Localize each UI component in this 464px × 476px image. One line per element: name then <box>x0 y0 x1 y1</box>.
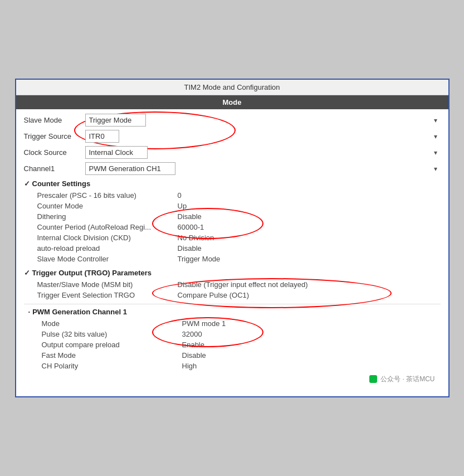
table-row: Master/Slave Mode (MSM bit) Disable (Tri… <box>33 279 450 290</box>
channel1-dropdown-wrapper: PWM Generation CH1 <box>85 162 441 175</box>
table-row: Output compare preload Enable <box>37 339 454 350</box>
trigger-source-dropdown-wrapper: ITR0 <box>85 130 441 143</box>
clock-source-label: Clock Source <box>24 148 85 157</box>
table-row: Fast Mode Disable <box>37 350 454 361</box>
slave-mode-select[interactable]: Trigger Mode <box>85 114 146 127</box>
table-row: Internal Clock Division (CKD) No Divisio… <box>33 232 450 243</box>
table-row: Counter Mode Up <box>33 201 450 211</box>
trigger-checkmark: ✓ <box>24 269 30 277</box>
pwm-dot: · <box>28 308 31 316</box>
table-row: Dithering Disable <box>33 211 450 222</box>
slave-mode-row: Slave Mode Trigger Mode <box>24 114 441 127</box>
table-row: Slave Mode Controller Trigger Mode <box>33 254 450 264</box>
table-row: Pulse (32 bits value) 32000 <box>37 329 454 339</box>
mode-dropdowns-container: Slave Mode Trigger Mode Trigger Source I… <box>24 114 441 143</box>
trigger-source-label: Trigger Source <box>24 132 85 140</box>
channel1-row: Channel1 PWM Generation CH1 <box>24 162 441 175</box>
pwm-values-container: Mode PWM mode 1 Pulse (32 bits value) 32… <box>24 318 441 371</box>
pwm-settings-table: Mode PWM mode 1 Pulse (32 bits value) 32… <box>37 318 454 371</box>
table-row: Trigger Event Selection TRGO Compare Pul… <box>33 290 450 300</box>
trigger-output-header: ✓ Trigger Output (TRGO) Parameters <box>24 269 441 277</box>
mode-section-header: Mode <box>16 95 448 109</box>
tim2-panel: TIM2 Mode and Configuration Mode Slave M… <box>15 79 450 397</box>
table-row: Mode PWM mode 1 <box>37 318 454 329</box>
counter-settings-table: Prescaler (PSC - 16 bits value) 0 Counte… <box>33 190 450 264</box>
wechat-icon <box>369 375 377 383</box>
divider <box>24 304 441 304</box>
clock-source-dropdown-wrapper: Internal Clock <box>85 146 441 159</box>
channel1-label: Channel1 <box>24 164 85 173</box>
panel-title: TIM2 Mode and Configuration <box>16 80 448 95</box>
channel1-select[interactable]: PWM Generation CH1 <box>85 162 175 175</box>
counter-checkmark: ✓ <box>24 179 30 188</box>
clock-source-select[interactable]: Internal Clock <box>85 146 148 159</box>
counter-values-container: Prescaler (PSC - 16 bits value) 0 Counte… <box>24 190 441 264</box>
trigger-source-row: Trigger Source ITR0 <box>24 130 441 143</box>
slave-mode-label: Slave Mode <box>24 116 85 124</box>
slave-mode-dropdown-wrapper: Trigger Mode <box>85 114 441 127</box>
trigger-values-container: Master/Slave Mode (MSM bit) Disable (Tri… <box>24 279 441 300</box>
counter-settings-header: ✓ Counter Settings <box>24 179 441 188</box>
table-row: auto-reload preload Disable <box>33 243 450 254</box>
table-row: Counter Period (AutoReload Regi... 60000… <box>33 222 450 232</box>
watermark: 公众号 · 茶话MCU <box>24 371 441 388</box>
table-row: CH Polarity High <box>37 361 454 371</box>
pwm-generation-header: · PWM Generation Channel 1 <box>28 308 441 316</box>
clock-source-row: Clock Source Internal Clock <box>24 146 441 159</box>
trigger-source-select[interactable]: ITR0 <box>85 130 119 143</box>
table-row: Prescaler (PSC - 16 bits value) 0 <box>33 190 450 201</box>
trigger-output-table: Master/Slave Mode (MSM bit) Disable (Tri… <box>33 279 450 300</box>
